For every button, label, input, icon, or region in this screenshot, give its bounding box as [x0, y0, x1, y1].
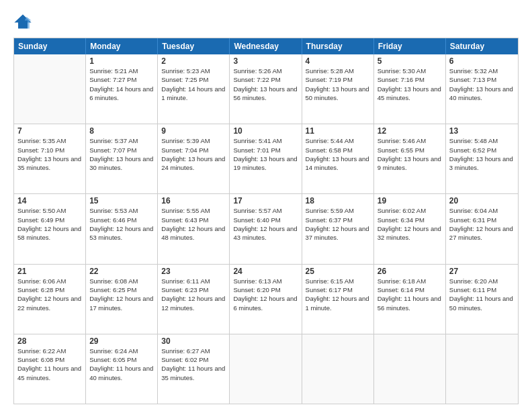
- cal-cell: 15Sunrise: 5:53 AMSunset: 6:46 PMDayligh…: [86, 194, 158, 263]
- day-info: Sunrise: 5:57 AMSunset: 6:40 PMDaylight:…: [233, 206, 298, 242]
- header-cell-monday: Monday: [86, 38, 158, 54]
- day-info: Sunrise: 5:21 AMSunset: 7:27 PMDaylight:…: [89, 66, 154, 102]
- header-cell-tuesday: Tuesday: [158, 38, 230, 54]
- day-info: Sunrise: 5:23 AMSunset: 7:25 PMDaylight:…: [161, 66, 226, 102]
- header-cell-thursday: Thursday: [302, 38, 374, 54]
- day-number: 3: [233, 56, 298, 66]
- cal-cell: 21Sunrise: 6:06 AMSunset: 6:28 PMDayligh…: [14, 265, 86, 334]
- cal-cell: 1Sunrise: 5:21 AMSunset: 7:27 PMDaylight…: [86, 54, 158, 124]
- header-cell-saturday: Saturday: [446, 38, 518, 54]
- day-number: 23: [161, 267, 226, 276]
- day-number: 28: [17, 336, 82, 346]
- logo: [13, 12, 35, 31]
- day-number: 17: [233, 196, 298, 205]
- cal-cell: 7Sunrise: 5:35 AMSunset: 7:10 PMDaylight…: [14, 124, 86, 193]
- cal-cell: 26Sunrise: 6:18 AMSunset: 6:14 PMDayligh…: [374, 265, 446, 334]
- header-cell-sunday: Sunday: [14, 38, 86, 54]
- day-info: Sunrise: 5:59 AMSunset: 6:37 PMDaylight:…: [306, 206, 370, 242]
- week-row-2: 7Sunrise: 5:35 AMSunset: 7:10 PMDaylight…: [14, 124, 518, 193]
- cal-cell: 14Sunrise: 5:50 AMSunset: 6:49 PMDayligh…: [14, 194, 86, 263]
- cal-cell: 27Sunrise: 6:20 AMSunset: 6:11 PMDayligh…: [446, 265, 518, 334]
- cal-cell: 17Sunrise: 5:57 AMSunset: 6:40 PMDayligh…: [230, 194, 302, 263]
- day-number: 2: [161, 56, 226, 66]
- cal-cell: 20Sunrise: 6:04 AMSunset: 6:31 PMDayligh…: [446, 194, 518, 263]
- day-number: 15: [89, 196, 154, 205]
- cal-cell: 4Sunrise: 5:28 AMSunset: 7:19 PMDaylight…: [302, 54, 374, 124]
- header-cell-friday: Friday: [374, 38, 446, 54]
- day-info: Sunrise: 5:28 AMSunset: 7:19 PMDaylight:…: [306, 66, 370, 102]
- day-number: 21: [17, 267, 82, 276]
- cal-cell: [374, 334, 446, 404]
- day-info: Sunrise: 6:08 AMSunset: 6:25 PMDaylight:…: [89, 277, 154, 312]
- day-number: 26: [378, 267, 442, 276]
- week-row-3: 14Sunrise: 5:50 AMSunset: 6:49 PMDayligh…: [14, 193, 518, 263]
- day-info: Sunrise: 6:11 AMSunset: 6:23 PMDaylight:…: [161, 277, 226, 312]
- day-info: Sunrise: 6:22 AMSunset: 6:08 PMDaylight:…: [17, 347, 82, 382]
- cal-cell: 10Sunrise: 5:41 AMSunset: 7:01 PMDayligh…: [230, 124, 302, 193]
- day-info: Sunrise: 5:50 AMSunset: 6:49 PMDaylight:…: [17, 206, 82, 242]
- cal-cell: 9Sunrise: 5:39 AMSunset: 7:04 PMDaylight…: [158, 124, 230, 193]
- day-number: 25: [306, 267, 370, 276]
- day-number: 8: [89, 126, 154, 136]
- day-number: 9: [161, 126, 226, 136]
- day-number: 19: [378, 196, 442, 205]
- day-info: Sunrise: 5:48 AMSunset: 6:52 PMDaylight:…: [449, 136, 515, 172]
- day-number: 18: [306, 196, 370, 205]
- day-info: Sunrise: 6:24 AMSunset: 6:05 PMDaylight:…: [89, 347, 154, 382]
- cal-cell: 8Sunrise: 5:37 AMSunset: 7:07 PMDaylight…: [86, 124, 158, 193]
- day-number: 1: [89, 56, 154, 66]
- cal-cell: [446, 334, 518, 404]
- day-info: Sunrise: 6:13 AMSunset: 6:20 PMDaylight:…: [233, 277, 298, 312]
- day-info: Sunrise: 6:27 AMSunset: 6:02 PMDaylight:…: [161, 347, 226, 382]
- day-info: Sunrise: 5:26 AMSunset: 7:22 PMDaylight:…: [233, 66, 298, 102]
- day-number: 16: [161, 196, 226, 205]
- day-info: Sunrise: 5:41 AMSunset: 7:01 PMDaylight:…: [233, 136, 298, 172]
- day-number: 12: [378, 126, 442, 136]
- cal-cell: [14, 54, 86, 124]
- day-number: 11: [306, 126, 370, 136]
- calendar: SundayMondayTuesdayWednesdayThursdayFrid…: [13, 38, 519, 404]
- day-number: 29: [89, 336, 154, 346]
- logo-icon: [13, 12, 32, 31]
- day-number: 14: [17, 196, 82, 205]
- day-number: 20: [449, 196, 515, 205]
- day-number: 13: [449, 126, 515, 136]
- cal-cell: 3Sunrise: 5:26 AMSunset: 7:22 PMDaylight…: [230, 54, 302, 124]
- day-number: 22: [89, 267, 154, 276]
- day-info: Sunrise: 6:06 AMSunset: 6:28 PMDaylight:…: [17, 277, 82, 312]
- cal-cell: 23Sunrise: 6:11 AMSunset: 6:23 PMDayligh…: [158, 265, 230, 334]
- header: [13, 12, 519, 31]
- day-info: Sunrise: 6:04 AMSunset: 6:31 PMDaylight:…: [449, 206, 515, 242]
- day-info: Sunrise: 6:02 AMSunset: 6:34 PMDaylight:…: [378, 206, 442, 242]
- day-info: Sunrise: 6:18 AMSunset: 6:14 PMDaylight:…: [378, 277, 442, 312]
- day-info: Sunrise: 5:37 AMSunset: 7:07 PMDaylight:…: [89, 136, 154, 172]
- cal-cell: 16Sunrise: 5:55 AMSunset: 6:43 PMDayligh…: [158, 194, 230, 263]
- page: SundayMondayTuesdayWednesdayThursdayFrid…: [0, 0, 532, 411]
- day-number: 10: [233, 126, 298, 136]
- header-cell-wednesday: Wednesday: [230, 38, 302, 54]
- week-row-1: 1Sunrise: 5:21 AMSunset: 7:27 PMDaylight…: [14, 54, 518, 124]
- cal-cell: 24Sunrise: 6:13 AMSunset: 6:20 PMDayligh…: [230, 265, 302, 334]
- cal-cell: 18Sunrise: 5:59 AMSunset: 6:37 PMDayligh…: [302, 194, 374, 263]
- cal-cell: 12Sunrise: 5:46 AMSunset: 6:55 PMDayligh…: [374, 124, 446, 193]
- cal-cell: 28Sunrise: 6:22 AMSunset: 6:08 PMDayligh…: [14, 334, 86, 404]
- cal-cell: 29Sunrise: 6:24 AMSunset: 6:05 PMDayligh…: [86, 334, 158, 404]
- cal-cell: [230, 334, 302, 404]
- day-info: Sunrise: 6:20 AMSunset: 6:11 PMDaylight:…: [449, 277, 515, 312]
- day-number: 4: [306, 56, 370, 66]
- cal-cell: 30Sunrise: 6:27 AMSunset: 6:02 PMDayligh…: [158, 334, 230, 404]
- day-info: Sunrise: 5:30 AMSunset: 7:16 PMDaylight:…: [378, 66, 442, 102]
- calendar-header: SundayMondayTuesdayWednesdayThursdayFrid…: [14, 38, 518, 54]
- cal-cell: 5Sunrise: 5:30 AMSunset: 7:16 PMDaylight…: [374, 54, 446, 124]
- day-info: Sunrise: 5:53 AMSunset: 6:46 PMDaylight:…: [89, 206, 154, 242]
- day-number: 7: [17, 126, 82, 136]
- week-row-5: 28Sunrise: 6:22 AMSunset: 6:08 PMDayligh…: [14, 334, 518, 404]
- day-number: 5: [378, 56, 442, 66]
- cal-cell: [302, 334, 374, 404]
- day-info: Sunrise: 5:55 AMSunset: 6:43 PMDaylight:…: [161, 206, 226, 242]
- cal-cell: 22Sunrise: 6:08 AMSunset: 6:25 PMDayligh…: [86, 265, 158, 334]
- cal-cell: 11Sunrise: 5:44 AMSunset: 6:58 PMDayligh…: [302, 124, 374, 193]
- day-info: Sunrise: 5:39 AMSunset: 7:04 PMDaylight:…: [161, 136, 226, 172]
- calendar-body: 1Sunrise: 5:21 AMSunset: 7:27 PMDaylight…: [14, 54, 518, 404]
- cal-cell: 13Sunrise: 5:48 AMSunset: 6:52 PMDayligh…: [446, 124, 518, 193]
